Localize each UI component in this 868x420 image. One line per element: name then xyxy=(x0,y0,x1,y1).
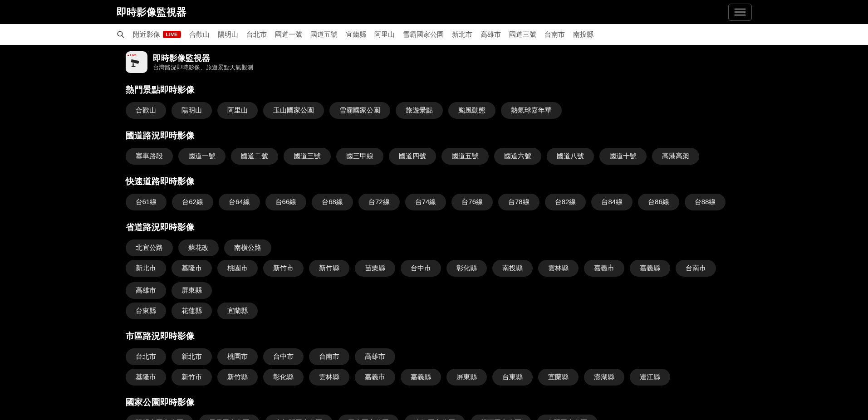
category-chip[interactable]: 高港高架 xyxy=(652,148,699,165)
category-chip[interactable]: 彰化縣 xyxy=(446,260,487,277)
category-chip[interactable]: 新竹市 xyxy=(263,260,304,277)
category-chip[interactable]: 旅遊景點 xyxy=(396,102,443,119)
nav-link-label: 宜蘭縣 xyxy=(346,30,366,39)
category-chip[interactable]: 宜蘭縣 xyxy=(217,303,258,319)
category-chip[interactable]: 雲林縣 xyxy=(309,369,349,386)
category-chip[interactable]: 國道二號 xyxy=(231,148,278,165)
category-chip[interactable]: 新竹市 xyxy=(172,369,212,386)
brand-title[interactable]: 即時影像監視器 xyxy=(117,5,186,19)
category-chip[interactable]: 熱氣球嘉年華 xyxy=(501,102,562,119)
nav-link[interactable]: 台南市 xyxy=(544,30,565,39)
category-chip[interactable]: 國三甲線 xyxy=(336,148,383,165)
category-chip[interactable]: 台76線 xyxy=(451,194,493,210)
category-chip[interactable]: 台中市 xyxy=(263,348,304,365)
nav-link[interactable]: 新北市 xyxy=(452,30,472,39)
category-chip[interactable]: 苗栗縣 xyxy=(355,260,395,277)
search-button[interactable] xyxy=(117,30,125,39)
category-chip[interactable]: 新竹縣 xyxy=(309,260,349,277)
nav-link[interactable]: 國道三號 xyxy=(509,30,536,39)
category-chip[interactable]: 南橫公路 xyxy=(224,239,271,256)
category-chip[interactable]: 蘇花改 xyxy=(178,239,219,256)
nav-link[interactable]: 南投縣 xyxy=(573,30,593,39)
category-chip[interactable]: 嘉義市 xyxy=(355,369,395,386)
category-chip[interactable]: 基隆市 xyxy=(172,260,212,277)
nav-link[interactable]: 雪霸國家公園 xyxy=(403,30,444,39)
nav-link[interactable]: 台北市 xyxy=(246,30,267,39)
category-chip[interactable]: 雪霸國家公園 xyxy=(199,415,260,420)
category-chip[interactable]: 北宜公路 xyxy=(126,239,173,256)
category-chip[interactable]: 陽明山 xyxy=(172,102,212,119)
category-chip[interactable]: 澎湖縣 xyxy=(584,369,624,386)
category-chip[interactable]: 連江縣 xyxy=(630,369,670,386)
category-chip[interactable]: 國道六號 xyxy=(494,148,541,165)
category-chip[interactable]: 高雄市 xyxy=(126,282,166,299)
category-chip[interactable]: 屏東縣 xyxy=(172,282,212,299)
category-chip[interactable]: 台中市 xyxy=(401,260,441,277)
nav-link[interactable]: 國道五號 xyxy=(310,30,338,39)
category-chip[interactable]: 玉山國家公園 xyxy=(263,102,324,119)
category-chip[interactable]: 台東縣 xyxy=(126,303,166,319)
nav-link[interactable]: 附近影像LIVE xyxy=(133,30,181,39)
category-chip[interactable]: 台78線 xyxy=(498,194,539,210)
category-chip[interactable]: 台66線 xyxy=(265,194,307,210)
category-chip[interactable]: 太魯閣國家公園 xyxy=(265,415,333,420)
category-chip[interactable]: 國道五號 xyxy=(441,148,489,165)
logo-live-badge: ● Live xyxy=(128,54,137,57)
category-chip[interactable]: 屏東縣 xyxy=(446,369,487,386)
category-chip[interactable]: 彰化縣 xyxy=(263,369,304,386)
category-chip[interactable]: 基隆市 xyxy=(126,369,166,386)
category-chip[interactable]: 嘉義市 xyxy=(584,260,624,277)
category-chip[interactable]: 台86線 xyxy=(638,194,679,210)
category-chip[interactable]: 南投縣 xyxy=(492,260,533,277)
category-chip[interactable]: 台61線 xyxy=(126,194,167,210)
nav-link[interactable]: 合歡山 xyxy=(189,30,210,39)
category-chip[interactable]: 國道四號 xyxy=(389,148,436,165)
nav-link[interactable]: 高雄市 xyxy=(481,30,501,39)
category-chip[interactable]: 國道一號 xyxy=(178,148,226,165)
category-chip[interactable]: 花蓮縣 xyxy=(172,303,212,319)
category-chip[interactable]: 台64線 xyxy=(219,194,260,210)
category-chip[interactable]: 新北市 xyxy=(172,348,212,365)
category-chip[interactable]: 台68線 xyxy=(312,194,353,210)
page: ● Live 即時影像監視器 台灣路況即時影像、旅遊景點天氣觀測 熱門景點即時影… xyxy=(0,45,868,420)
category-chip[interactable]: 陽明山國家公園 xyxy=(126,415,193,420)
category-chip[interactable]: 嘉義縣 xyxy=(630,260,670,277)
nav-link[interactable]: 阿里山 xyxy=(374,30,395,39)
category-chip[interactable]: 國道三號 xyxy=(284,148,331,165)
category-chip[interactable]: 金門國家公園 xyxy=(537,415,598,420)
category-chip[interactable]: 新竹縣 xyxy=(217,369,258,386)
category-chip[interactable]: 台東縣 xyxy=(492,369,533,386)
category-chip[interactable]: 台南市 xyxy=(309,348,349,365)
category-chip[interactable]: 新北市 xyxy=(126,260,166,277)
category-chip[interactable]: 台84線 xyxy=(591,194,633,210)
category-chip[interactable]: 台南市 xyxy=(676,260,716,277)
category-chip[interactable]: 墾丁國家公園 xyxy=(471,415,531,420)
category-chip[interactable]: 台88線 xyxy=(685,194,726,210)
category-chip[interactable]: 台82線 xyxy=(545,194,586,210)
category-chip[interactable]: 阿里山 xyxy=(217,102,258,119)
category-chip[interactable]: 桃園市 xyxy=(217,348,258,365)
category-chip[interactable]: 嘉義縣 xyxy=(401,369,441,386)
nav-link[interactable]: 宜蘭縣 xyxy=(346,30,366,39)
category-chip[interactable]: 台72線 xyxy=(358,194,400,210)
nav-link[interactable]: 陽明山 xyxy=(218,30,238,39)
category-chip[interactable]: 颱風動態 xyxy=(448,102,495,119)
category-chip[interactable]: 合歡山 xyxy=(126,102,166,119)
category-chip[interactable]: 雲林縣 xyxy=(538,260,579,277)
category-chip[interactable]: 雪霸國家公園 xyxy=(329,102,390,119)
category-chip[interactable]: 台62線 xyxy=(172,194,213,210)
category-chip[interactable]: 台74線 xyxy=(405,194,446,210)
category-chip[interactable]: 高雄市 xyxy=(355,348,395,365)
category-chip[interactable]: 國道八號 xyxy=(547,148,594,165)
menu-toggle-button[interactable] xyxy=(728,4,752,21)
category-chip[interactable]: 國道十號 xyxy=(599,148,647,165)
category-chip[interactable]: 桃園市 xyxy=(217,260,258,277)
chip-row: 北宜公路蘇花改南橫公路 xyxy=(126,239,743,256)
category-chip[interactable]: 宜蘭縣 xyxy=(538,369,579,386)
topbar: 即時影像監視器 xyxy=(0,0,868,24)
category-chip[interactable]: 台北市 xyxy=(126,348,166,365)
nav-link[interactable]: 國道一號 xyxy=(275,30,302,39)
category-chip[interactable]: 台江國家公園 xyxy=(404,415,465,420)
category-chip[interactable]: 塞車路段 xyxy=(126,148,173,165)
category-chip[interactable]: 玉山國家公園 xyxy=(338,415,399,420)
